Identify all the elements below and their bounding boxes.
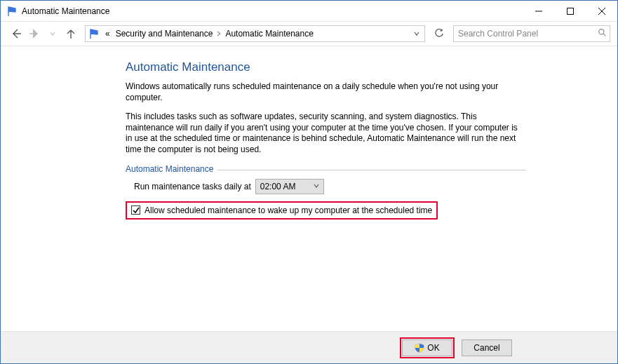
chevron-down-icon (314, 183, 319, 190)
chevron-right-icon[interactable] (215, 29, 222, 39)
breadcrumb-item[interactable]: Security and Maintenance (113, 29, 216, 39)
svg-point-4 (598, 29, 603, 34)
maximize-button[interactable] (554, 1, 586, 21)
ok-button-label: OK (427, 343, 439, 353)
page-title: Automatic Maintenance (126, 60, 526, 74)
description-paragraph: Windows automatically runs scheduled mai… (126, 81, 526, 103)
address-dropdown-button[interactable] (409, 26, 424, 41)
allow-wake-row: Allow scheduled maintenance to wake up m… (126, 201, 438, 220)
allow-wake-label[interactable]: Allow scheduled maintenance to wake up m… (145, 205, 432, 215)
content-area: Automatic Maintenance Windows automatica… (126, 60, 526, 220)
action-center-flag-icon (6, 6, 18, 17)
search-input[interactable]: Search Control Panel (453, 25, 610, 42)
section-legend: Automatic Maintenance (126, 164, 217, 174)
breadcrumb-prefix[interactable]: « (102, 29, 113, 39)
minimize-button[interactable] (523, 1, 554, 21)
breadcrumb-item[interactable]: Automatic Maintenance (222, 29, 316, 39)
cancel-button-label: Cancel (473, 343, 499, 353)
run-time-row: Run maintenance tasks daily at 02:00 AM (126, 179, 526, 194)
search-placeholder: Search Control Panel (458, 29, 538, 39)
titlebar: Automatic Maintenance (1, 1, 617, 22)
description-paragraph: This includes tasks such as software upd… (126, 112, 526, 155)
refresh-button[interactable] (431, 25, 448, 42)
search-icon[interactable] (594, 28, 610, 39)
navigation-bar: « Security and Maintenance Automatic Mai… (1, 22, 617, 46)
forward-button[interactable] (26, 25, 43, 42)
recent-locations-button[interactable] (44, 25, 61, 42)
cancel-button[interactable]: Cancel (462, 339, 512, 356)
svg-line-5 (603, 34, 605, 36)
ok-highlight: OK (400, 337, 455, 358)
up-button[interactable] (62, 25, 79, 42)
run-time-label: Run maintenance tasks daily at (134, 182, 251, 191)
allow-wake-checkbox[interactable] (131, 205, 140, 215)
close-button[interactable] (586, 1, 617, 21)
action-center-flag-icon (88, 28, 100, 39)
window-title: Automatic Maintenance (22, 6, 109, 16)
run-time-value: 02:00 AM (260, 182, 296, 191)
automatic-maintenance-section: Automatic Maintenance Run maintenance ta… (126, 170, 526, 220)
back-button[interactable] (8, 25, 25, 42)
svg-rect-1 (567, 8, 573, 14)
uac-shield-icon (415, 343, 424, 353)
address-bar[interactable]: « Security and Maintenance Automatic Mai… (85, 25, 425, 42)
ok-button[interactable]: OK (402, 339, 452, 356)
control-panel-window: Automatic Maintenance « S (0, 0, 618, 364)
run-time-dropdown[interactable]: 02:00 AM (255, 179, 324, 194)
dialog-footer: OK Cancel (1, 331, 617, 363)
